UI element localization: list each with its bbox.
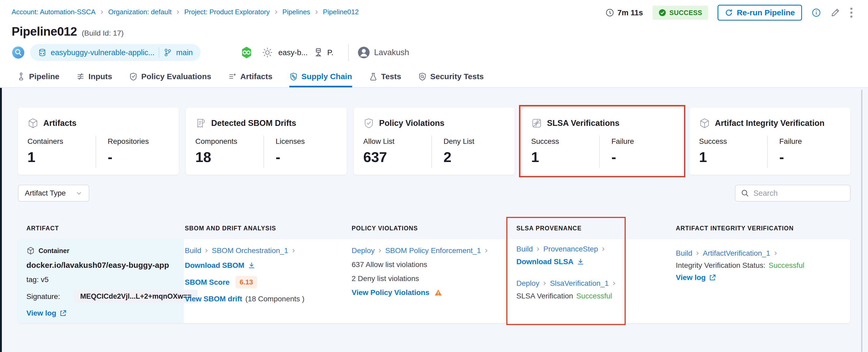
view-sbom-drift-link[interactable]: View SBOM drift bbox=[185, 295, 242, 303]
slsa-verification-status: Successful bbox=[576, 292, 612, 300]
cube-icon bbox=[27, 118, 38, 129]
vertical-scrollbar[interactable] bbox=[861, 90, 863, 352]
shield-check-icon bbox=[363, 118, 374, 129]
security-tests-icon bbox=[418, 72, 427, 81]
stage-link[interactable]: Build bbox=[185, 247, 201, 255]
breadcrumb-pipeline012[interactable]: Pipeline012 bbox=[323, 8, 359, 16]
stage-link[interactable]: Build bbox=[676, 249, 692, 258]
view-policy-violations-link[interactable]: View Policy Violations bbox=[352, 288, 430, 297]
col-header-artifact: ARTIFACT bbox=[26, 225, 59, 232]
step-link[interactable]: SBOM Policy Enforcement_1 bbox=[385, 247, 481, 255]
stat-value: - bbox=[276, 149, 280, 165]
page-header: Account: Automation-SSCA Organization: d… bbox=[0, 0, 868, 88]
more-options-icon[interactable] bbox=[849, 7, 853, 19]
chevron-right-icon bbox=[695, 251, 700, 256]
integrity-status-label: Integrity Verification Status: bbox=[676, 261, 765, 270]
breadcrumb-organization[interactable]: Organization: default bbox=[108, 8, 172, 16]
pipeline-icon bbox=[17, 72, 25, 81]
trigger-suffix: P. bbox=[327, 48, 334, 57]
tab-policy-evaluations[interactable]: Policy Evaluations bbox=[129, 72, 211, 87]
chevron-right-icon bbox=[274, 9, 279, 15]
card-divider bbox=[96, 136, 96, 168]
step-link[interactable]: SBOM Orchestration_1 bbox=[212, 247, 288, 255]
build-id: (Build Id: 17) bbox=[82, 29, 124, 37]
card-sbom-drifts: Detected SBOM Drifts Components 18 Licen… bbox=[186, 108, 347, 175]
stage-link[interactable]: Build bbox=[516, 245, 533, 253]
chevron-right-icon bbox=[291, 248, 296, 253]
card-artifact-integrity: Artifact Integrity Verification Success … bbox=[689, 108, 850, 175]
meta-divider bbox=[348, 44, 349, 61]
stat-label: Failure bbox=[779, 137, 802, 146]
tab-tests[interactable]: Tests bbox=[369, 72, 401, 87]
step-link[interactable]: ProvenanceStep bbox=[543, 245, 598, 253]
chevron-right-icon bbox=[535, 247, 541, 252]
cell-slsa-provenance: Build ProvenanceStep Download SLSA Deplo… bbox=[516, 245, 617, 300]
repository-icon bbox=[38, 48, 46, 57]
chevron-right-icon bbox=[484, 248, 489, 253]
step-link[interactable]: SlsaVerification_1 bbox=[550, 279, 609, 288]
breadcrumb-account[interactable]: Account: Automation-SSCA bbox=[11, 8, 96, 16]
cell-policy-violations: Deploy SBOM Policy Enforcement_1 637 All… bbox=[352, 247, 489, 297]
status-badge: SUCCESS bbox=[653, 5, 708, 20]
stat-value: 637 bbox=[363, 149, 387, 165]
signature-label: Signature: bbox=[26, 292, 60, 301]
stat-value: 1 bbox=[27, 149, 35, 165]
supply-chain-page: Account: Automation-SSCA Organization: d… bbox=[0, 0, 868, 352]
artifact-tag: tag: v5 bbox=[26, 276, 49, 284]
integrity-status-value: Successful bbox=[769, 261, 804, 270]
step-link[interactable]: ArtifactVerification_1 bbox=[703, 249, 770, 258]
slsa-verification-label: SLSA Verification bbox=[516, 292, 573, 300]
download-sbom-link[interactable]: Download SBOM bbox=[185, 261, 244, 270]
header-actions: 7m 11s SUCCESS Re-run Pipeline bbox=[605, 4, 853, 21]
stat-label: Success bbox=[699, 137, 727, 146]
execution-meta-row: easybuggy-vulnerable-applic... main easy… bbox=[11, 43, 409, 62]
download-slsa-link[interactable]: Download SLSA bbox=[516, 258, 574, 266]
search-input[interactable] bbox=[753, 189, 845, 198]
stat-label: Failure bbox=[611, 137, 634, 146]
stat-label: Success bbox=[531, 137, 559, 146]
breadcrumb-pipelines[interactable]: Pipelines bbox=[282, 8, 310, 16]
triggered-by-user: Lavakush bbox=[374, 48, 409, 57]
tab-pipeline[interactable]: Pipeline bbox=[17, 72, 59, 87]
tab-artifacts[interactable]: Artifacts bbox=[228, 72, 273, 87]
chevron-right-icon bbox=[204, 248, 209, 253]
sbom-score-badge: 6.13 bbox=[236, 276, 257, 288]
breadcrumb-project[interactable]: Project: Product Exploratory bbox=[184, 8, 270, 16]
card-divider bbox=[599, 136, 600, 168]
tab-security-tests[interactable]: Security Tests bbox=[418, 72, 484, 87]
gear-icon bbox=[262, 47, 273, 58]
artifact-type-dropdown[interactable]: Artifact Type bbox=[18, 185, 89, 201]
view-log-link[interactable]: View log bbox=[26, 309, 56, 317]
edit-pencil-icon[interactable] bbox=[831, 8, 840, 18]
stage-link[interactable]: Deploy bbox=[352, 247, 375, 255]
col-header-policy: POLICY VIOLATIONS bbox=[352, 225, 418, 232]
col-header-sbom: SBOM AND DRIFT ANALYSIS bbox=[185, 225, 276, 232]
git-branch-icon bbox=[163, 48, 172, 57]
stat-value: 2 bbox=[443, 149, 452, 165]
cell-sbom-drift: Build SBOM Orchestration_1 Download SBOM… bbox=[185, 247, 304, 303]
search-box bbox=[735, 185, 850, 201]
stage-link[interactable]: Deploy bbox=[516, 279, 539, 288]
chevron-down-icon bbox=[75, 190, 82, 197]
card-artifacts: Artifacts Containers 1 Repositories - bbox=[18, 108, 179, 175]
download-icon bbox=[577, 258, 585, 266]
card-divider bbox=[431, 136, 432, 168]
chevron-right-icon bbox=[377, 248, 382, 253]
execution-duration: 7m 11s bbox=[605, 8, 643, 17]
user-avatar bbox=[358, 46, 370, 59]
sbom-score-link[interactable]: SBOM Score bbox=[185, 278, 230, 287]
tab-inputs[interactable]: Inputs bbox=[76, 72, 112, 87]
card-policy-violations: Policy Violations Allow List 637 Deny Li… bbox=[354, 108, 515, 175]
artifact-image-name: docker.io/lavakush07/easy-buggy-app bbox=[26, 261, 169, 270]
view-log-link[interactable]: View log bbox=[676, 274, 706, 282]
tab-supply-chain[interactable]: Supply Chain bbox=[289, 72, 352, 87]
service-icon bbox=[313, 47, 323, 58]
repo-branch-pill[interactable]: easybuggy-vulnerable-applic... main bbox=[30, 44, 200, 61]
tests-flask-icon bbox=[369, 72, 377, 81]
repo-name: easybuggy-vulnerable-applic... bbox=[51, 48, 154, 57]
tab-bar: Pipeline Inputs Policy Evaluations Artif… bbox=[17, 70, 484, 87]
rerun-pipeline-button[interactable]: Re-run Pipeline bbox=[717, 5, 802, 21]
signature-value[interactable]: MEQCICde2Vjl...L+2+mqnOXw== bbox=[74, 290, 198, 303]
collapsed-left-nav[interactable] bbox=[0, 88, 2, 352]
info-icon[interactable] bbox=[811, 8, 821, 18]
